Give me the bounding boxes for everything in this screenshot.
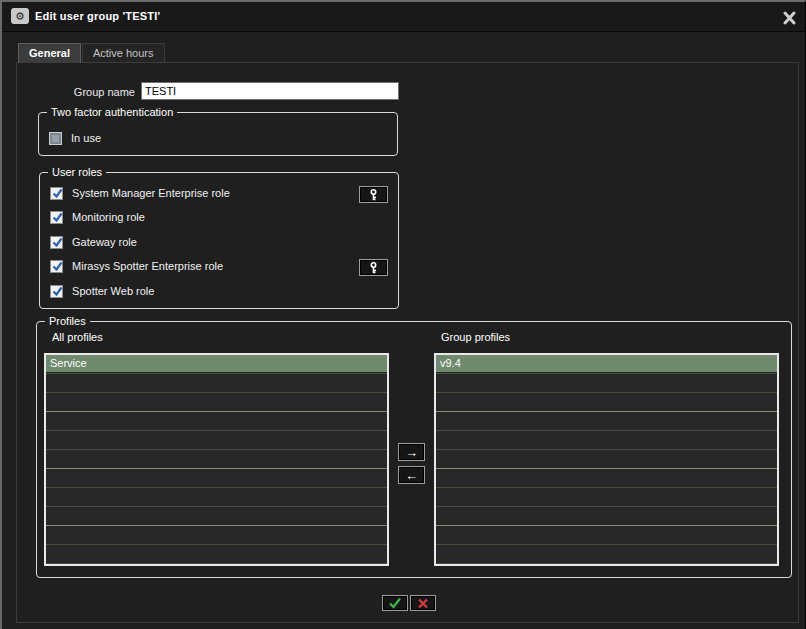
window-title: Edit user group 'TESTI' (35, 10, 160, 22)
in-use-checkbox[interactable] (49, 132, 62, 145)
check-icon (388, 597, 402, 609)
role-label: Monitoring role (72, 211, 145, 223)
role-checkbox-gateway[interactable] (50, 236, 63, 249)
tab-general[interactable]: General (18, 43, 81, 63)
user-roles-groupbox: User roles System Manager Enterprise rol… (39, 172, 399, 309)
group-name-input[interactable] (141, 82, 399, 100)
all-profiles-list[interactable]: Service (44, 353, 389, 566)
all-profiles-label: All profiles (52, 331, 103, 343)
arrow-right-icon: → (405, 446, 418, 459)
role-label: Gateway role (72, 236, 137, 248)
gear-icon: ⚙ (11, 8, 29, 24)
list-item[interactable]: Service (46, 355, 387, 373)
role-key-button-spotter-enterprise[interactable] (359, 259, 388, 276)
key-icon (369, 262, 378, 274)
ok-button[interactable] (382, 595, 408, 611)
role-key-button-system-manager[interactable] (359, 186, 388, 203)
edit-user-group-dialog: ⚙ Edit user group 'TESTI' General Active… (0, 0, 806, 629)
cancel-button[interactable] (410, 595, 436, 611)
in-use-label: In use (71, 132, 101, 144)
role-checkbox-monitoring[interactable] (50, 211, 63, 224)
role-checkbox-spotter-web[interactable] (50, 285, 63, 298)
list-item[interactable]: v9.4 (436, 355, 777, 373)
x-icon (417, 598, 429, 609)
two-factor-groupbox: Two factor authentication In use (38, 112, 398, 156)
profiles-legend: Profiles (45, 314, 90, 328)
group-profiles-list[interactable]: v9.4 (434, 353, 779, 566)
profiles-groupbox: Profiles All profiles Service Group prof… (36, 321, 792, 578)
move-left-button[interactable]: ← (398, 466, 425, 484)
two-factor-legend: Two factor authentication (47, 105, 177, 119)
group-name-label: Group name (43, 86, 135, 98)
role-label: Mirasys Spotter Enterprise role (72, 260, 223, 272)
move-right-button[interactable]: → (398, 443, 425, 461)
group-profiles-label: Group profiles (441, 331, 510, 343)
role-checkbox-spotter-enterprise[interactable] (50, 260, 63, 273)
key-icon (369, 189, 378, 201)
tab-active-hours[interactable]: Active hours (82, 43, 165, 63)
general-tab-panel: Group name Two factor authentication In … (16, 62, 799, 623)
user-roles-legend: User roles (48, 165, 106, 179)
close-icon[interactable] (782, 11, 797, 25)
role-checkbox-system-manager[interactable] (50, 187, 63, 200)
tab-strip: General Active hours (18, 43, 166, 63)
role-label: System Manager Enterprise role (72, 187, 230, 199)
role-label: Spotter Web role (72, 285, 154, 297)
window-titlebar: ⚙ Edit user group 'TESTI' (2, 2, 805, 32)
arrow-left-icon: ← (405, 469, 418, 482)
